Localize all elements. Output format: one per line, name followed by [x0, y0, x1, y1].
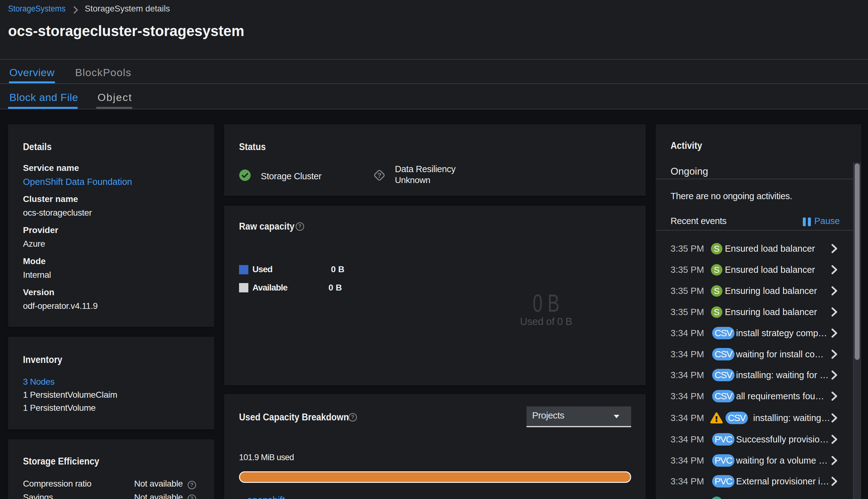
svg-text:?: ?: [351, 414, 354, 420]
svg-text:?: ?: [190, 482, 193, 488]
svg-text:?: ?: [190, 496, 193, 499]
svg-text:?: ?: [298, 223, 301, 229]
svg-text:?: ?: [377, 171, 381, 179]
